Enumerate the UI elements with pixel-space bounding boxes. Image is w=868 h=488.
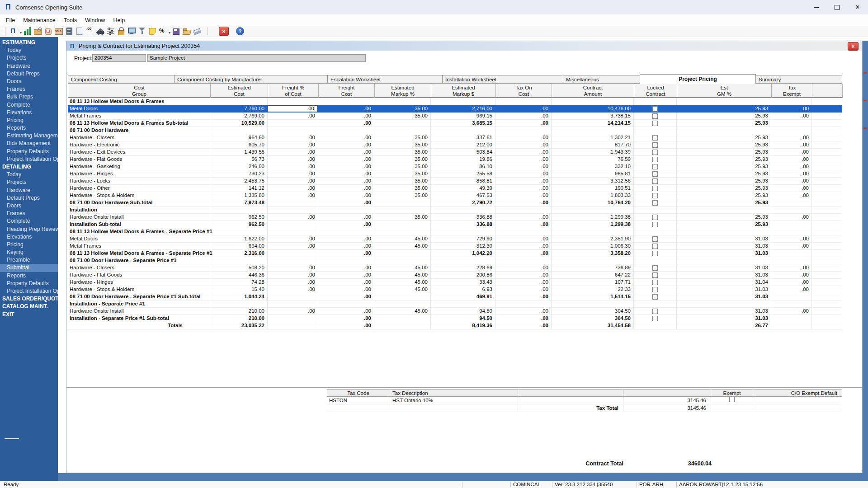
- cost-group-cell[interactable]: Hardware - Flat Goods: [68, 272, 210, 279]
- markup-amt-cell[interactable]: 94.50: [431, 308, 495, 315]
- contract-amount-cell[interactable]: 647.22: [552, 272, 634, 279]
- document-icon[interactable]: [65, 27, 74, 36]
- chart-icon[interactable]: [23, 27, 32, 36]
- locked-contract-checkbox[interactable]: [652, 309, 658, 314]
- estimated-cost-cell[interactable]: 605.70: [210, 141, 268, 149]
- spacer-cell[interactable]: [812, 156, 842, 163]
- sidebar-item-projects[interactable]: Projects: [0, 54, 58, 62]
- tax-on-cost-cell[interactable]: .00: [495, 156, 552, 163]
- markup-pct-cell[interactable]: 45.00: [374, 243, 431, 250]
- column-header-locked-contract[interactable]: LockedContract: [634, 84, 677, 98]
- locked-contract-cell[interactable]: [634, 163, 677, 170]
- spacer-cell[interactable]: [812, 185, 842, 192]
- locked-contract-cell[interactable]: [634, 243, 677, 250]
- est-gm-cell[interactable]: 25.93: [677, 113, 771, 120]
- markup-amt-cell[interactable]: 86.10: [431, 163, 495, 170]
- markup-pct-cell[interactable]: 35.00: [374, 141, 431, 149]
- markup-pct-cell[interactable]: 45.00: [374, 279, 431, 286]
- cost-group-cell[interactable]: Hardware - Exit Devices: [68, 149, 210, 156]
- contract-amount-cell[interactable]: 304.50: [552, 308, 634, 315]
- tax-exempt-cell[interactable]: .00: [771, 170, 812, 178]
- freight-pct-cell[interactable]: .00: [268, 163, 318, 170]
- column-header-estimated-markup-[interactable]: EstimatedMarkup %: [375, 84, 431, 98]
- tax-exempt-cell[interactable]: .00: [771, 141, 812, 149]
- est-gm-cell[interactable]: 25.93: [677, 141, 771, 149]
- spacer-cell[interactable]: [812, 192, 842, 199]
- freight-pct-cell[interactable]: .00: [268, 185, 318, 192]
- sidebar-item-project-installation-oper[interactable]: Project Installation Oper: [0, 287, 58, 295]
- contract-amount-cell[interactable]: 3,312.56: [552, 178, 634, 185]
- locked-contract-checkbox[interactable]: [652, 251, 658, 256]
- tax-exempt-cell[interactable]: .00: [771, 156, 812, 163]
- sidebar-item-reports[interactable]: Reports: [0, 124, 58, 132]
- sidebar-section-catalog-maint[interactable]: CATALOG MAINT.: [0, 303, 58, 310]
- locked-contract-cell[interactable]: [634, 286, 677, 293]
- markup-pct-cell[interactable]: 45.00: [374, 235, 431, 243]
- estimated-cost-cell[interactable]: 508.20: [210, 264, 268, 272]
- delete-icon[interactable]: [219, 27, 229, 36]
- freight-pct-cell[interactable]: .00: [268, 113, 318, 120]
- tax-on-cost-cell[interactable]: .00: [495, 235, 552, 243]
- locked-contract-cell[interactable]: [634, 134, 677, 141]
- locked-contract-cell[interactable]: [634, 264, 677, 272]
- locked-contract-cell[interactable]: [634, 272, 677, 279]
- cost-group-cell[interactable]: Hardware - Stops & Holders: [68, 192, 210, 199]
- sidebar-item-hardware[interactable]: Hardware: [0, 62, 58, 70]
- spacer-cell[interactable]: [812, 149, 842, 156]
- tax-on-cost-cell[interactable]: .00: [495, 113, 552, 120]
- column-header-estimated-markup-[interactable]: EstimatedMarkup $: [431, 84, 496, 98]
- contract-amount-cell[interactable]: 190.51: [552, 185, 634, 192]
- markup-amt-cell[interactable]: 33.43: [431, 279, 495, 286]
- locked-contract-checkbox[interactable]: [652, 236, 658, 242]
- spacer-cell[interactable]: [812, 214, 842, 221]
- cost-group-cell[interactable]: Hardware - Closers: [68, 134, 210, 141]
- freight-pct-cell[interactable]: .00: [268, 192, 318, 199]
- contract-amount-cell[interactable]: 1,943.39: [552, 149, 634, 156]
- tax-on-cost-cell[interactable]: .00: [495, 286, 552, 293]
- sidebar-item-estimating-management[interactable]: Estimating Management: [0, 132, 58, 140]
- markup-pct-cell[interactable]: 35.00: [374, 113, 431, 120]
- freight-cost-cell[interactable]: .00: [318, 163, 374, 170]
- locked-contract-cell[interactable]: [634, 192, 677, 199]
- column-header-tax-on-cost[interactable]: Tax OnCost: [496, 84, 552, 98]
- locked-contract-cell[interactable]: [634, 185, 677, 192]
- tax-on-cost-cell[interactable]: .00: [495, 178, 552, 185]
- estimated-cost-cell[interactable]: 2,453.75: [210, 178, 268, 185]
- freight-pct-cell[interactable]: .00: [268, 279, 318, 286]
- spacer-cell[interactable]: [812, 134, 842, 141]
- sold-stamp-icon[interactable]: [54, 27, 63, 36]
- markup-amt-cell[interactable]: 2,716.00: [431, 105, 495, 113]
- freight-cost-cell[interactable]: .00: [318, 113, 374, 120]
- freight-pct-cell[interactable]: .00: [268, 308, 318, 315]
- markup-pct-cell[interactable]: 35.00: [374, 192, 431, 199]
- tax-exempt-cell[interactable]: .00: [771, 214, 812, 221]
- spacer-cell[interactable]: [812, 272, 842, 279]
- estimated-cost-cell[interactable]: 964.60: [210, 134, 268, 141]
- spacer-cell[interactable]: [812, 243, 842, 250]
- markup-pct-cell[interactable]: 35.00: [374, 170, 431, 178]
- freight-pct-cell[interactable]: .00: [268, 105, 318, 113]
- minimize-button[interactable]: [806, 0, 826, 14]
- tax-exempt-cell[interactable]: .00: [771, 149, 812, 156]
- markup-amt-cell[interactable]: 503.84: [431, 149, 495, 156]
- sidebar-item-pricing[interactable]: Pricing: [0, 241, 58, 249]
- tax-description-cell[interactable]: HST Ontario 10%: [390, 397, 518, 404]
- markup-pct-cell[interactable]: 45.00: [374, 272, 431, 279]
- tax-on-cost-cell[interactable]: .00: [495, 134, 552, 141]
- tab-project-pricing[interactable]: Project Pricing: [640, 74, 756, 84]
- menu-item-tools[interactable]: Tools: [60, 16, 81, 25]
- spacer-cell[interactable]: [812, 178, 842, 185]
- cost-group-cell[interactable]: Hardware - Hinges: [68, 170, 210, 178]
- freight-pct-cell[interactable]: .00: [268, 170, 318, 178]
- sidebar-item-heading-prep-review[interactable]: Heading Prep Review: [0, 225, 58, 233]
- est-gm-cell[interactable]: 25.93: [677, 163, 771, 170]
- hand-stamp-icon[interactable]: [44, 27, 53, 36]
- tax-exempt-cell[interactable]: .00: [771, 178, 812, 185]
- freight-cost-cell[interactable]: .00: [318, 272, 374, 279]
- menu-item-file[interactable]: File: [2, 16, 19, 25]
- est-gm-cell[interactable]: 31.03: [677, 243, 771, 250]
- freight-cost-cell[interactable]: .00: [318, 105, 374, 113]
- find-icon[interactable]: [96, 27, 105, 36]
- sidebar-item-complete[interactable]: Complete: [0, 217, 58, 225]
- sidebar-section-detailing[interactable]: DETAILING: [0, 163, 58, 171]
